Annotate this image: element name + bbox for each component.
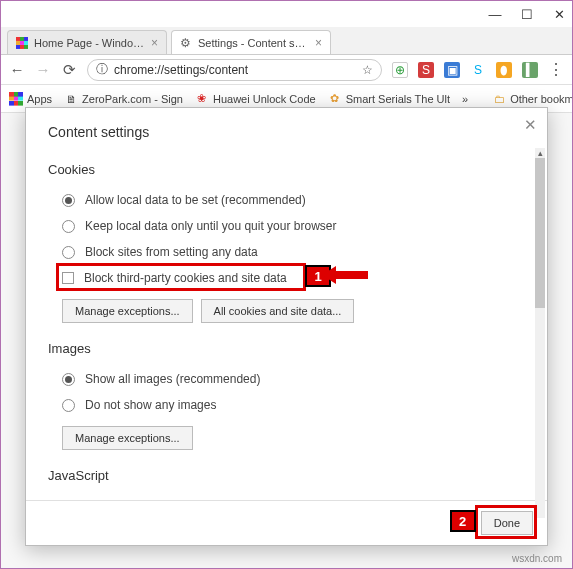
annotation-callout-1: 1 xyxy=(56,263,306,291)
radio-no-images[interactable]: Do not show any images xyxy=(48,392,525,418)
favicon-grid-icon xyxy=(16,37,28,49)
window-titlebar: — ☐ ✕ xyxy=(1,1,572,27)
section-heading: Cookies xyxy=(48,162,525,177)
radio-icon xyxy=(62,220,75,233)
dialog-footer: 2 Done xyxy=(26,500,547,545)
nav-back-button[interactable]: ← xyxy=(9,61,25,78)
radio-allow-javascript[interactable]: Allow all sites to run JavaScript (recom… xyxy=(48,493,525,500)
extension-icon[interactable]: S xyxy=(470,62,486,78)
site-info-icon[interactable]: ⓘ xyxy=(96,61,108,78)
option-label: Keep local data only until you quit your… xyxy=(85,219,336,233)
apps-button[interactable]: Apps xyxy=(9,92,52,106)
window-minimize-button[interactable]: — xyxy=(488,7,502,21)
section-heading: Images xyxy=(48,341,525,356)
manage-exceptions-button[interactable]: Manage exceptions... xyxy=(62,426,193,450)
dialog-body: Cookies Allow local data to be set (reco… xyxy=(26,148,547,500)
bookmark-star-icon[interactable]: ☆ xyxy=(362,63,373,77)
radio-icon xyxy=(62,500,75,501)
bookmark-item[interactable]: ✿ Smart Serials The Ult xyxy=(328,92,450,106)
flower-icon: ✿ xyxy=(328,92,342,106)
tab-settings-content[interactable]: ⚙ Settings - Content setti × xyxy=(171,30,331,54)
chrome-menu-button[interactable]: ⋮ xyxy=(548,60,564,79)
address-bar: ← → ⟳ ⓘ chrome://settings/content ☆ ⊕ S … xyxy=(1,55,572,85)
tab-close-icon[interactable]: × xyxy=(315,36,322,50)
radio-icon xyxy=(62,246,75,259)
tab-title: Home Page - Windows T xyxy=(34,37,145,49)
option-label: Do not show any images xyxy=(85,398,216,412)
section-cookies: Cookies Allow local data to be set (reco… xyxy=(48,162,525,327)
bookmark-label: ZeroPark.com - Sign xyxy=(82,93,183,105)
cookies-button-row: Manage exceptions... All cookies and sit… xyxy=(48,291,525,327)
extension-icon[interactable]: ⬮ xyxy=(496,62,512,78)
option-label: Show all images (recommended) xyxy=(85,372,260,386)
radio-icon xyxy=(62,194,75,207)
nav-forward-button[interactable]: → xyxy=(35,61,51,78)
annotation-arrow xyxy=(336,271,368,279)
page-icon: 🗎 xyxy=(64,92,78,106)
window-close-button[interactable]: ✕ xyxy=(552,7,566,21)
tab-title: Settings - Content setti xyxy=(198,37,309,49)
extension-icon[interactable]: ▍ xyxy=(522,62,538,78)
section-javascript: JavaScript Allow all sites to run JavaSc… xyxy=(48,468,525,500)
tab-home-page[interactable]: Home Page - Windows T × xyxy=(7,30,167,54)
images-button-row: Manage exceptions... xyxy=(48,418,525,454)
apps-label: Apps xyxy=(27,93,52,105)
section-images: Images Show all images (recommended) Do … xyxy=(48,341,525,454)
radio-icon xyxy=(62,399,75,412)
favicon-gear-icon: ⚙ xyxy=(180,37,192,49)
radio-keep-until-quit[interactable]: Keep local data only until you quit your… xyxy=(48,213,525,239)
nav-reload-button[interactable]: ⟳ xyxy=(61,61,77,79)
flower-icon: ❀ xyxy=(195,92,209,106)
dialog-close-button[interactable]: ✕ xyxy=(524,116,537,134)
extension-icon[interactable]: ▣ xyxy=(444,62,460,78)
option-label: Block sites from setting any data xyxy=(85,245,258,259)
extension-icon[interactable]: S xyxy=(418,62,434,78)
radio-block-all[interactable]: Block sites from setting any data xyxy=(48,239,525,265)
omnibox[interactable]: ⓘ chrome://settings/content ☆ xyxy=(87,59,382,81)
bookmark-label: Smart Serials The Ult xyxy=(346,93,450,105)
option-label: Allow all sites to run JavaScript (recom… xyxy=(85,499,338,500)
window-maximize-button[interactable]: ☐ xyxy=(520,7,534,21)
folder-icon: 🗀 xyxy=(492,92,506,106)
option-label: Allow local data to be set (recommended) xyxy=(85,193,306,207)
manage-exceptions-button[interactable]: Manage exceptions... xyxy=(62,299,193,323)
bookmark-item[interactable]: 🗎 ZeroPark.com - Sign xyxy=(64,92,183,106)
annotation-callout-2: 2 xyxy=(475,505,537,539)
annotation-number: 2 xyxy=(450,510,476,532)
all-cookies-button[interactable]: All cookies and site data... xyxy=(201,299,355,323)
bookmark-label: Huawei Unlock Code xyxy=(213,93,316,105)
extension-icon[interactable]: ⊕ xyxy=(392,62,408,78)
bookmark-item[interactable]: ❀ Huawei Unlock Code xyxy=(195,92,316,106)
section-heading: JavaScript xyxy=(48,468,525,483)
bookmarks-overflow-button[interactable]: » xyxy=(462,93,468,105)
other-bookmarks-button[interactable]: 🗀 Other bookmarks xyxy=(492,92,573,106)
other-bookmarks-label: Other bookmarks xyxy=(510,93,573,105)
url-text: chrome://settings/content xyxy=(114,63,356,77)
tab-close-icon[interactable]: × xyxy=(151,36,158,50)
dialog-title: Content settings xyxy=(26,108,547,148)
radio-icon xyxy=(62,373,75,386)
content-settings-dialog: ✕ Content settings ▴ Cookies Allow local… xyxy=(25,107,548,546)
radio-allow-local-data[interactable]: Allow local data to be set (recommended) xyxy=(48,187,525,213)
tab-strip: Home Page - Windows T × ⚙ Settings - Con… xyxy=(1,27,572,55)
apps-icon xyxy=(9,92,23,106)
watermark-text: wsxdn.com xyxy=(512,553,562,564)
radio-show-all-images[interactable]: Show all images (recommended) xyxy=(48,366,525,392)
